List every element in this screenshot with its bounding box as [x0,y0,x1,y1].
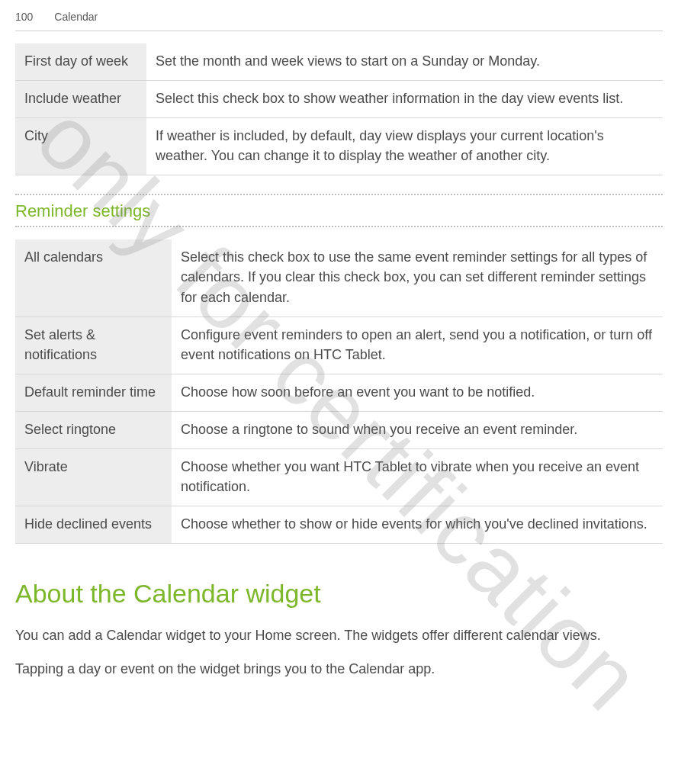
setting-description: Configure event reminders to open an ale… [172,316,663,374]
page-header: 100 Calendar [15,0,663,31]
table-row: Select ringtone Choose a ringtone to sou… [15,411,663,448]
setting-description: Choose whether to show or hide events fo… [172,506,663,544]
setting-label: Select ringtone [15,411,172,448]
setting-label: Set alerts & notifications [15,316,172,374]
setting-label: Vibrate [15,449,172,506]
body-paragraph: You can add a Calendar widget to your Ho… [15,625,663,645]
divider-dotted [15,226,663,227]
setting-label: Include weather [15,81,146,118]
setting-label: First day of week [15,43,146,81]
setting-label: All calendars [15,239,172,316]
page-root: 100 Calendar First day of week Set the m… [0,0,678,680]
setting-description: Choose how soon before an event you want… [172,374,663,411]
table-row: Include weather Select this check box to… [15,81,663,118]
divider-dotted [15,194,663,195]
table-row: Set alerts & notifications Configure eve… [15,316,663,374]
section-heading-reminder: Reminder settings [15,201,663,221]
section-heading-widget: About the Calendar widget [15,579,663,609]
settings-table-reminder: All calendars Select this check box to u… [15,239,663,544]
settings-table-view: First day of week Set the month and week… [15,43,663,175]
table-row: Default reminder time Choose how soon be… [15,374,663,411]
table-row: City If weather is included, by default,… [15,118,663,175]
table-row: First day of week Set the month and week… [15,43,663,81]
setting-label: Hide declined events [15,506,172,544]
setting-description: Choose whether you want HTC Tablet to vi… [172,449,663,506]
setting-description: Choose a ringtone to sound when you rece… [172,411,663,448]
table-row: Vibrate Choose whether you want HTC Tabl… [15,449,663,506]
table-row: All calendars Select this check box to u… [15,239,663,316]
setting-label: Default reminder time [15,374,172,411]
table-row: Hide declined events Choose whether to s… [15,506,663,544]
setting-description: If weather is included, by default, day … [146,118,663,175]
setting-description: Set the month and week views to start on… [146,43,663,81]
body-paragraph: Tapping a day or event on the widget bri… [15,659,663,679]
setting-label: City [15,118,146,175]
setting-description: Select this check box to show weather in… [146,81,663,118]
setting-description: Select this check box to use the same ev… [172,239,663,316]
page-number: 100 [15,11,33,23]
chapter-title: Calendar [54,11,98,23]
